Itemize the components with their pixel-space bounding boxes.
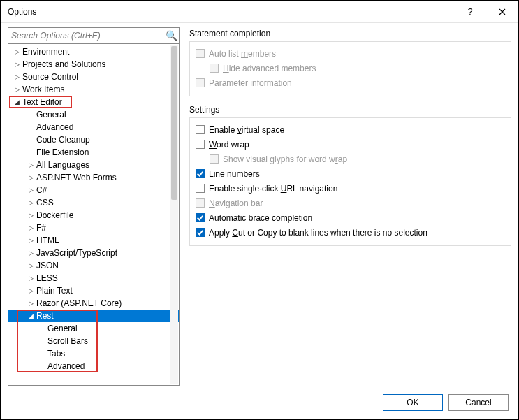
tree-item-razor[interactable]: ▷Razor (ASP.NET Core) — [8, 297, 179, 310]
tree-item-rest-advanced[interactable]: Advanced — [8, 360, 179, 372]
titlebar: Options ? — [1, 1, 518, 23]
group-settings: Settings — [189, 105, 511, 115]
tree-item-fsharp[interactable]: ▷F# — [8, 222, 179, 234]
expand-icon[interactable]: ▷ — [27, 171, 35, 184]
tree-item-environment[interactable]: ▷Environment — [8, 45, 179, 58]
tree-item-html[interactable]: ▷HTML — [8, 234, 179, 247]
collapse-icon[interactable]: ◢ — [27, 310, 35, 322]
expand-icon[interactable]: ▷ — [13, 83, 21, 96]
checkbox-icon — [210, 64, 219, 73]
tree-item-fileext[interactable]: File Extension — [8, 146, 179, 159]
checkbox-icon[interactable] — [196, 169, 205, 178]
expand-icon[interactable]: ▷ — [27, 272, 35, 284]
options-tree[interactable]: ▷Environment ▷Projects and Solutions ▷So… — [8, 44, 180, 386]
collapse-icon[interactable]: ◢ — [13, 96, 21, 108]
tree-item-advanced[interactable]: Advanced — [8, 121, 179, 133]
checkbox-icon — [210, 154, 219, 164]
tree-item-codecleanup[interactable]: Code Cleanup — [8, 133, 179, 146]
settings-panel: Statement completion Auto list members H… — [180, 27, 511, 386]
checkbox-icon[interactable] — [196, 228, 205, 237]
opt-word-wrap[interactable]: Word wrap — [196, 137, 505, 152]
search-input[interactable] — [8, 29, 163, 42]
checkbox-icon — [196, 49, 205, 58]
expand-icon[interactable]: ▷ — [13, 58, 21, 71]
cancel-button[interactable]: Cancel — [448, 394, 509, 411]
tree-item-alllang[interactable]: ▷All Languages — [8, 159, 179, 171]
tree-item-rest-scroll[interactable]: Scroll Bars — [8, 335, 179, 347]
opt-virtual-space[interactable]: Enable virtual space — [196, 122, 505, 137]
tree-item-docker[interactable]: ▷Dockerfile — [8, 209, 179, 222]
opt-nav-bar: Navigation bar — [196, 196, 505, 210]
dialog-footer: OK Cancel — [1, 386, 518, 419]
tree-item-rest-general[interactable]: General — [8, 322, 179, 335]
close-button[interactable] — [486, 1, 518, 23]
expand-icon[interactable]: ▷ — [27, 284, 35, 297]
tree-item-sourcecontrol[interactable]: ▷Source Control — [8, 71, 179, 83]
expand-icon[interactable]: ▷ — [13, 71, 21, 83]
help-button[interactable]: ? — [454, 1, 486, 23]
tree-item-workitems[interactable]: ▷Work Items — [8, 83, 179, 96]
options-dialog: Options ? 🔍 ▷Environment ▷Projects and S… — [0, 0, 519, 420]
window-title: Options — [8, 7, 454, 17]
tree-item-plain[interactable]: ▷Plain Text — [8, 284, 179, 297]
tree-item-projects[interactable]: ▷Projects and Solutions — [8, 58, 179, 71]
search-icon[interactable]: 🔍 — [163, 30, 179, 41]
opt-single-click-url[interactable]: Enable single-click URL navigation — [196, 181, 505, 196]
group-box-settings: Enable virtual space Word wrap Show visu… — [189, 117, 511, 246]
checkbox-icon[interactable] — [196, 140, 205, 149]
checkbox-icon[interactable] — [196, 213, 205, 222]
expand-icon[interactable]: ▷ — [27, 234, 35, 247]
expand-icon[interactable]: ▷ — [27, 297, 35, 310]
dialog-body: 🔍 ▷Environment ▷Projects and Solutions ▷… — [1, 23, 518, 386]
opt-brace-completion[interactable]: Automatic brace completion — [196, 210, 505, 225]
tree-item-texteditor[interactable]: ◢Text Editor — [8, 96, 179, 108]
opt-hide-advanced: Hide advanced members — [196, 61, 505, 75]
checkbox-icon[interactable] — [196, 125, 205, 134]
opt-glyphs: Show visual glyphs for word wrap — [196, 152, 505, 166]
expand-icon[interactable]: ▷ — [27, 196, 35, 209]
ok-button[interactable]: OK — [383, 394, 443, 411]
expand-icon[interactable]: ▷ — [27, 209, 35, 222]
checkbox-icon — [196, 198, 205, 208]
expand-icon[interactable]: ▷ — [27, 222, 35, 234]
expand-icon[interactable]: ▷ — [27, 184, 35, 196]
expand-icon[interactable]: ▷ — [27, 247, 35, 259]
opt-line-numbers[interactable]: Line numbers — [196, 166, 505, 181]
tree-item-aspweb[interactable]: ▷ASP.NET Web Forms — [8, 171, 179, 184]
tree-item-rest[interactable]: ◢Rest — [8, 310, 179, 322]
expand-icon[interactable]: ▷ — [27, 259, 35, 272]
tree-item-jsts[interactable]: ▷JavaScript/TypeScript — [8, 247, 179, 259]
opt-blank-lines[interactable]: Apply Cut or Copy to blank lines when th… — [196, 225, 505, 240]
tree-item-general[interactable]: General — [8, 108, 179, 121]
group-box-statement: Auto list members Hide advanced members … — [189, 41, 511, 96]
opt-param-info: Parameter information — [196, 75, 505, 90]
close-icon — [499, 8, 506, 15]
group-statement-completion: Statement completion — [189, 29, 511, 38]
opt-auto-list-members: Auto list members — [196, 46, 505, 61]
tree-item-less[interactable]: ▷LESS — [8, 272, 179, 284]
tree-item-css[interactable]: ▷CSS — [8, 196, 179, 209]
tree-scrollbar[interactable] — [170, 45, 178, 384]
tree-item-rest-tabs[interactable]: Tabs — [8, 347, 179, 360]
search-box[interactable]: 🔍 — [8, 27, 180, 44]
checkbox-icon — [196, 78, 205, 87]
tree-item-csharp[interactable]: ▷C# — [8, 184, 179, 196]
checkbox-icon[interactable] — [196, 184, 205, 193]
tree-item-json[interactable]: ▷JSON — [8, 259, 179, 272]
scrollbar-thumb[interactable] — [171, 46, 177, 200]
expand-icon[interactable]: ▷ — [13, 45, 21, 58]
expand-icon[interactable]: ▷ — [27, 159, 35, 171]
left-pane: 🔍 ▷Environment ▷Projects and Solutions ▷… — [8, 27, 180, 386]
